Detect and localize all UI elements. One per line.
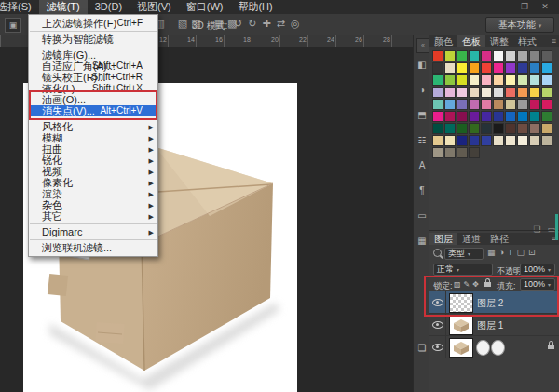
color-swatch[interactable] — [457, 87, 468, 98]
collapsed-panel-icon[interactable]: ▭ — [414, 210, 430, 221]
color-swatch[interactable] — [517, 50, 528, 61]
color-swatch[interactable] — [529, 99, 540, 110]
color-swatch[interactable] — [469, 62, 480, 74]
color-swatch[interactable] — [469, 147, 480, 158]
color-swatch[interactable] — [541, 135, 552, 146]
color-swatch[interactable] — [444, 147, 456, 158]
color-swatch[interactable] — [517, 87, 528, 98]
color-swatch[interactable] — [493, 87, 504, 98]
color-swatch[interactable] — [432, 74, 443, 86]
color-swatch[interactable] — [457, 50, 468, 61]
color-swatch[interactable] — [457, 62, 468, 74]
color-swatch[interactable] — [493, 62, 504, 74]
color-swatch[interactable] — [469, 99, 480, 110]
color-swatch[interactable] — [481, 74, 492, 86]
collapsed-panel-icon[interactable]: A — [414, 160, 430, 170]
color-swatch[interactable] — [505, 87, 516, 98]
filter-menu-item[interactable]: 消失点(V)...Alt+Ctrl+V — [29, 105, 157, 116]
color-swatch[interactable] — [493, 135, 504, 146]
collapsed-panel-icon[interactable]: ◑ — [414, 85, 430, 95]
tab-通道[interactable]: 通道 — [457, 233, 485, 245]
color-swatch[interactable] — [505, 99, 516, 110]
color-swatch[interactable] — [517, 62, 528, 74]
color-swatch[interactable] — [481, 99, 492, 110]
collapsed-panel-icon[interactable]: ❏ — [414, 343, 430, 353]
color-swatch[interactable] — [469, 74, 480, 86]
color-swatch[interactable] — [444, 111, 456, 122]
layer-row[interactable]: 图层 1 — [429, 314, 559, 336]
expand-panels-button[interactable]: « — [416, 38, 429, 53]
collapsed-panel-icon[interactable]: ¶ — [414, 185, 430, 196]
color-swatch[interactable] — [457, 111, 468, 122]
filter-menu-item[interactable]: 像素化▶ — [29, 177, 157, 188]
filter-menu-item[interactable]: 上次滤镜操作(F)Ctrl+F — [29, 18, 157, 29]
layer-filter-type-dropdown[interactable]: 类型▾ — [444, 248, 484, 260]
tab-样式[interactable]: 样式 — [513, 35, 541, 47]
color-swatch[interactable] — [517, 111, 528, 122]
lock-icon[interactable]: ✥ — [472, 280, 482, 289]
tab-颜色[interactable]: 颜色 — [429, 35, 457, 47]
color-swatch[interactable] — [541, 62, 552, 74]
color-swatch[interactable] — [469, 135, 480, 146]
color-swatch[interactable] — [469, 111, 480, 122]
color-swatch[interactable] — [529, 50, 540, 61]
tab-图层[interactable]: 图层 — [429, 233, 457, 245]
color-swatch[interactable] — [505, 123, 516, 134]
color-swatch[interactable] — [457, 74, 468, 86]
3d-mode-icon[interactable]: ◎ — [291, 18, 300, 30]
filter-menu-item[interactable]: 浏览联机滤镜... — [29, 242, 157, 253]
color-swatch[interactable] — [444, 87, 456, 98]
filter-menu-item[interactable]: 锐化▶ — [29, 155, 157, 166]
window-control-icon[interactable]: ❐ — [514, 0, 535, 14]
color-swatch[interactable] — [529, 62, 540, 74]
color-swatch[interactable] — [457, 147, 468, 158]
filter-menu-item[interactable]: Digimarc▶ — [29, 226, 157, 237]
workspace-switcher-button[interactable]: 基本功能▾ — [485, 17, 554, 33]
options-icon[interactable]: ▧ — [178, 18, 187, 30]
filter-menu-item[interactable]: 风格化▶ — [29, 121, 157, 132]
visibility-toggle[interactable] — [429, 336, 446, 358]
color-swatch[interactable] — [432, 135, 443, 146]
lock-icon[interactable]: ✎ — [464, 280, 473, 289]
color-swatch[interactable] — [481, 111, 492, 122]
color-swatch[interactable] — [444, 99, 456, 110]
filter-menu-item[interactable]: 模糊▶ — [29, 132, 157, 143]
3d-mode-icon[interactable]: ↺ — [234, 18, 242, 30]
menubar-item[interactable]: 视图(V) — [130, 0, 179, 14]
color-swatch[interactable] — [457, 123, 468, 134]
color-swatch[interactable] — [541, 74, 552, 86]
filter-menu-item[interactable]: 转换为智能滤镜 — [29, 34, 157, 45]
color-swatch[interactable] — [432, 62, 443, 74]
color-swatch[interactable] — [517, 135, 528, 146]
color-swatch[interactable] — [432, 123, 443, 134]
layer-row[interactable]: 图层 2 — [429, 291, 559, 314]
color-swatch[interactable] — [469, 50, 480, 61]
color-swatch[interactable] — [481, 62, 492, 74]
filter-menu-item[interactable]: 油画(O)... — [29, 94, 157, 105]
visibility-toggle[interactable] — [429, 314, 446, 335]
tab-路径[interactable]: 路径 — [485, 233, 513, 245]
color-swatch[interactable] — [505, 62, 516, 74]
color-swatch[interactable] — [481, 135, 492, 146]
color-swatch[interactable] — [493, 111, 504, 122]
color-swatch[interactable] — [457, 135, 468, 146]
filter-menu-item[interactable]: 液化(L)...Shift+Ctrl+X — [29, 83, 157, 94]
color-swatch[interactable] — [444, 62, 456, 74]
filter-menu-item[interactable]: 扭曲▶ — [29, 143, 157, 155]
color-swatch[interactable] — [505, 111, 516, 122]
color-swatch[interactable] — [469, 87, 480, 98]
opacity-dropdown[interactable]: 100%▾ — [520, 264, 555, 276]
menubar-item[interactable]: 帮助(H) — [230, 0, 280, 14]
color-swatch[interactable] — [481, 87, 492, 98]
color-swatch[interactable] — [444, 50, 456, 61]
color-swatch[interactable] — [541, 99, 552, 110]
tool-preset-icon[interactable]: ▣ — [5, 18, 21, 33]
color-swatch[interactable] — [517, 123, 528, 134]
color-swatch[interactable] — [541, 111, 552, 122]
layer-name[interactable]: 图层 1 — [477, 319, 503, 332]
collapsed-panel-icon[interactable]: ☷ — [414, 135, 430, 145]
menubar-item[interactable]: 窗口(W) — [179, 0, 231, 14]
window-control-icon[interactable]: ─ — [494, 0, 514, 14]
visibility-toggle[interactable] — [429, 291, 446, 313]
color-swatch[interactable] — [529, 74, 540, 86]
